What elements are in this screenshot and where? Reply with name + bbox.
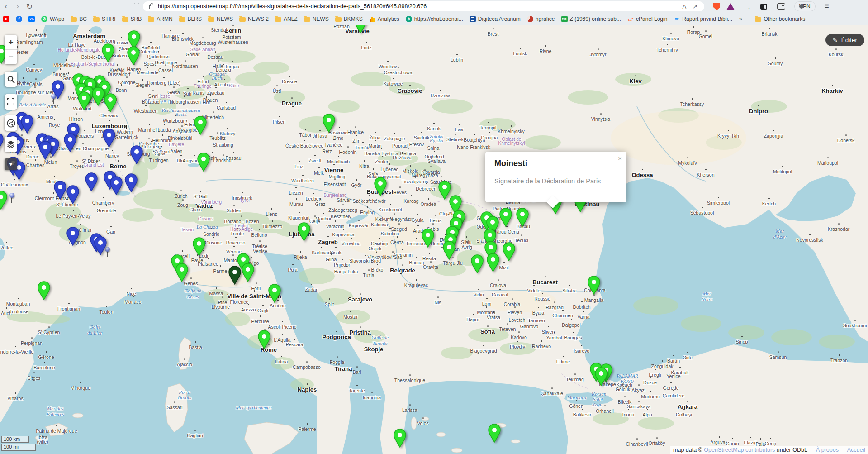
green-marker-pin[interactable]	[442, 241, 456, 262]
bookmark-item[interactable]: BC	[71, 16, 87, 22]
green-marker-pin[interactable]	[470, 254, 484, 275]
url-text[interactable]: https://umap.openstreetmap.fr/fr/map/vil…	[158, 3, 679, 10]
green-marker-pin[interactable]	[241, 263, 255, 284]
bookmark-item[interactable]: NEWS	[304, 16, 329, 22]
blue-marker-pin[interactable]	[20, 115, 34, 135]
bookmark-item[interactable]: NEWS	[208, 16, 233, 22]
menu-icon[interactable]: ≡	[821, 1, 833, 11]
green-marker-pin[interactable]	[104, 93, 117, 114]
other-bookmarks-button[interactable]: Other bookmarks	[755, 16, 805, 22]
green-marker-pin[interactable]	[127, 46, 140, 67]
downloads-button[interactable]: ↓	[743, 1, 755, 11]
bookmark-item[interactable]: BKMKS	[335, 16, 363, 22]
bookmark-item[interactable]: ANLZ	[275, 16, 298, 22]
wallet-icon[interactable]	[777, 3, 785, 10]
green-marker-pin[interactable]	[192, 237, 206, 258]
sidebar-icon[interactable]	[760, 4, 767, 10]
bookmark-item[interactable]: Digiteca Arcanum	[470, 16, 521, 22]
blue-marker-pin[interactable]	[53, 181, 67, 201]
map-canvas[interactable]: LowestoftFramlinghamColchesterCanveyHyth…	[0, 25, 868, 454]
bookmarks-overflow-chevron[interactable]: »	[739, 15, 742, 22]
green-marker-pin[interactable]	[37, 281, 51, 302]
accueil-link[interactable]: Accueil	[847, 447, 865, 453]
green-marker-pin[interactable]	[421, 229, 435, 249]
green-marker-pin[interactable]	[0, 191, 8, 211]
bookmark-item[interactable]: Analytics	[369, 16, 399, 22]
zoom-in-button[interactable]: +	[5, 35, 17, 50]
share-icon[interactable]: ↗	[693, 3, 697, 10]
green-marker-pin[interactable]	[502, 242, 516, 263]
green-marker-pin[interactable]	[194, 116, 207, 137]
place-dot	[142, 79, 143, 81]
green-marker-pin[interactable]	[175, 263, 189, 284]
green-marker-pin[interactable]	[516, 208, 529, 229]
bookmark-item[interactable]: SRB	[122, 16, 142, 22]
bookmark-item[interactable]: STIRI	[93, 16, 116, 22]
translate-icon[interactable]: A	[682, 3, 686, 10]
green-marker-pin[interactable]	[322, 114, 336, 134]
bookmark-item[interactable]: cPcPanel Login	[627, 16, 667, 22]
green-marker-pin[interactable]	[486, 253, 500, 274]
vpn-button[interactable]: VPN	[794, 1, 816, 11]
bookmark-flag-icon[interactable]	[134, 3, 139, 10]
popup-close-icon[interactable]: ×	[618, 154, 622, 162]
blue-marker-pin[interactable]	[130, 145, 143, 166]
brave-rewards-icon[interactable]	[726, 3, 735, 10]
bookmark-item[interactable]: NEWS 2	[239, 16, 269, 22]
green-marker-pin[interactable]	[101, 43, 115, 64]
bookmark-item[interactable]: ✆WApp	[41, 16, 64, 22]
apropos-link[interactable]: À propos	[816, 447, 839, 453]
dark-green-marker-pin[interactable]	[228, 266, 242, 287]
green-marker-pin[interactable]	[488, 424, 501, 444]
green-marker-pin[interactable]	[594, 367, 608, 388]
blue-marker-pin[interactable]	[66, 185, 80, 206]
place-dot	[163, 77, 165, 78]
bookmark-item[interactable]: BLRS	[179, 16, 202, 22]
green-marker-pin[interactable]	[268, 284, 281, 305]
collapse-panel-button[interactable]: ▼	[5, 158, 17, 170]
bookmark-item[interactable]: hgrafice	[527, 16, 555, 22]
green-marker-pin[interactable]	[587, 276, 601, 296]
back-button[interactable]: ‹	[0, 1, 12, 11]
green-marker-pin[interactable]	[197, 153, 210, 173]
reload-button[interactable]: ↻	[24, 1, 35, 11]
green-marker-pin[interactable]	[499, 208, 512, 229]
blue-marker-pin[interactable]	[85, 172, 98, 193]
blue-marker-pin[interactable]	[38, 141, 52, 162]
fullscreen-button[interactable]	[5, 94, 17, 110]
blue-marker-pin[interactable]	[94, 236, 107, 257]
blue-marker-pin[interactable]	[63, 133, 77, 154]
osm-contributors-link[interactable]: OpenStreetMap contributors	[704, 447, 775, 453]
brave-shield-icon[interactable]	[713, 3, 720, 10]
bookmark-item[interactable]: FHDZ (1969) online sub...	[561, 16, 621, 22]
blue-marker-pin[interactable]	[66, 227, 80, 248]
green-marker-pin[interactable]	[354, 25, 367, 35]
bookmark-item[interactable]: ∞Raport privind Bibli...	[674, 16, 732, 22]
bookmark-item[interactable]: ✳https://chat.openai...	[406, 16, 463, 22]
bookmark-item[interactable]: f	[16, 16, 22, 22]
share-embed-button[interactable]	[5, 115, 17, 131]
address-bar[interactable]: https://umap.openstreetmap.fr/fr/map/vil…	[143, 1, 704, 11]
forward-button[interactable]: ›	[12, 1, 24, 11]
lock-icon[interactable]	[149, 5, 154, 9]
bookmark-item[interactable]: VK	[28, 16, 35, 22]
green-marker-pin[interactable]	[77, 91, 91, 112]
green-marker-pin[interactable]	[257, 330, 271, 351]
search-button[interactable]	[5, 72, 17, 87]
blue-marker-pin[interactable]	[0, 133, 4, 153]
edit-button[interactable]: ✎ Éditer	[825, 34, 864, 46]
blue-marker-pin[interactable]	[51, 80, 65, 101]
bookmark-item[interactable]: ARMN	[148, 16, 172, 22]
blue-marker-pin[interactable]	[102, 129, 116, 149]
green-marker-pin[interactable]	[91, 87, 105, 108]
green-marker-pin[interactable]	[374, 177, 387, 198]
layers-button[interactable]	[5, 137, 17, 152]
place-label: Bucarest	[532, 279, 558, 286]
green-marker-pin[interactable]	[393, 429, 407, 449]
green-marker-pin[interactable]	[297, 222, 311, 243]
zoom-out-button[interactable]: −	[5, 50, 17, 64]
place-label: Dnipro	[749, 108, 768, 115]
blue-marker-pin[interactable]	[124, 173, 138, 194]
blue-marker-pin[interactable]	[109, 176, 123, 197]
bookmark-item[interactable]	[3, 16, 9, 22]
